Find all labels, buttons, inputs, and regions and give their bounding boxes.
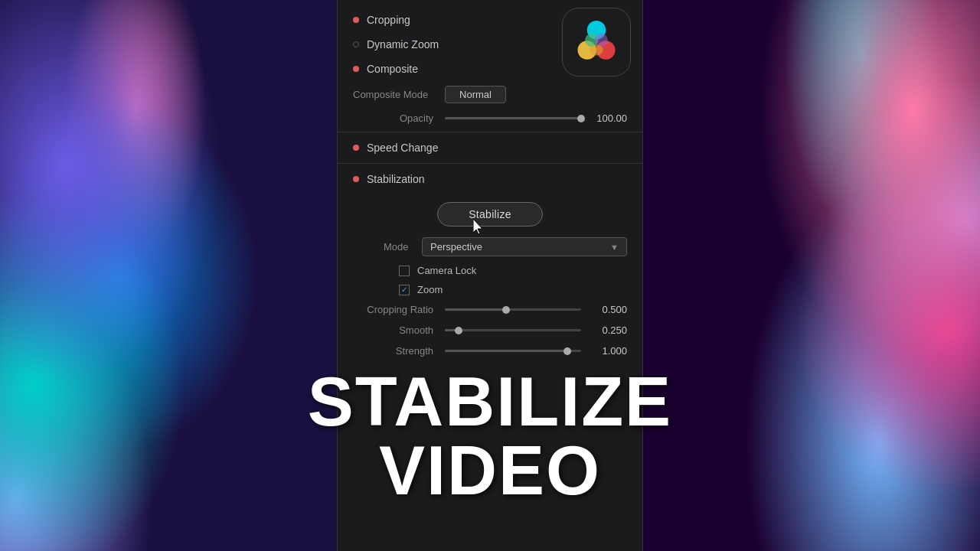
strength-row: Strength 1.000 xyxy=(338,341,642,361)
cropping-ratio-row: Cropping Ratio 0.500 xyxy=(338,299,642,320)
opacity-slider-track[interactable] xyxy=(445,117,581,119)
opacity-row: Opacity 100.00 xyxy=(338,108,642,129)
menu-item-cropping[interactable]: Cropping xyxy=(338,8,642,32)
dot-stabilization xyxy=(353,176,359,182)
composite-mode-label: Composite Mode xyxy=(353,89,445,100)
smooth-row: Smooth 0.250 xyxy=(338,320,642,341)
mode-label: Mode xyxy=(353,241,414,253)
strength-slider-track[interactable] xyxy=(445,350,581,352)
stabilization-label: Stabilization xyxy=(367,173,425,185)
cropping-ratio-slider-thumb[interactable] xyxy=(502,306,510,314)
strength-label: Strength xyxy=(353,345,445,357)
zoom-row: Zoom xyxy=(338,280,642,299)
opacity-slider-thumb[interactable] xyxy=(577,115,585,122)
menu-item-speed-change[interactable]: Speed Change xyxy=(338,135,642,160)
menu-item-composite[interactable]: Composite xyxy=(338,57,642,81)
camera-lock-checkbox[interactable] xyxy=(399,266,410,276)
strength-slider-fill xyxy=(445,350,567,352)
mode-dropdown-value: Perspective xyxy=(430,241,482,253)
camera-lock-label: Camera Lock xyxy=(417,265,476,276)
menu-item-dynamic-zoom[interactable]: Dynamic Zoom xyxy=(338,32,642,57)
zoom-label: Zoom xyxy=(417,284,443,295)
dot-speed-change xyxy=(353,145,359,151)
stabilize-button[interactable]: Stabilize xyxy=(437,202,543,227)
smooth-value: 0.250 xyxy=(589,324,627,336)
opacity-value: 100.00 xyxy=(589,112,627,124)
cropping-ratio-value: 0.500 xyxy=(589,304,627,315)
cropping-ratio-slider-track[interactable] xyxy=(445,308,581,311)
background-left xyxy=(0,0,337,551)
cropping-ratio-label: Cropping Ratio xyxy=(353,304,445,315)
strength-value: 1.000 xyxy=(589,345,627,357)
smooth-slider-thumb[interactable] xyxy=(455,327,462,334)
dynamic-zoom-label: Dynamic Zoom xyxy=(367,38,439,51)
divider-2 xyxy=(338,163,642,164)
inspector-panel: Cropping Dynamic Zoom Composite Composit… xyxy=(337,0,643,551)
opacity-label: Opacity xyxy=(353,112,445,124)
opacity-slider-fill xyxy=(445,117,581,119)
smooth-label: Smooth xyxy=(353,324,445,336)
menu-item-stabilization[interactable]: Stabilization xyxy=(338,167,642,191)
cropping-ratio-slider-fill xyxy=(445,308,506,311)
mode-dropdown[interactable]: Perspective ▼ xyxy=(422,237,627,256)
background-right xyxy=(643,0,980,551)
dot-cropping xyxy=(353,17,359,23)
mode-row: Mode Perspective ▼ xyxy=(338,233,642,261)
smooth-slider-track[interactable] xyxy=(445,329,581,331)
zoom-checkbox[interactable] xyxy=(399,285,410,295)
composite-mode-row: Composite Mode Normal xyxy=(338,81,642,108)
dot-dynamic-zoom xyxy=(353,41,359,47)
speed-change-label: Speed Change xyxy=(367,142,438,154)
stabilize-btn-row: Stabilize xyxy=(338,191,642,233)
camera-lock-row: Camera Lock xyxy=(338,261,642,280)
composite-mode-button[interactable]: Normal xyxy=(445,86,506,103)
panel-content: Cropping Dynamic Zoom Composite Composit… xyxy=(338,0,642,369)
dropdown-arrow-icon: ▼ xyxy=(610,243,619,252)
strength-slider-thumb[interactable] xyxy=(564,347,571,355)
dot-composite xyxy=(353,66,359,72)
divider-1 xyxy=(338,132,642,132)
cropping-label: Cropping xyxy=(367,14,410,26)
composite-label: Composite xyxy=(367,63,418,75)
